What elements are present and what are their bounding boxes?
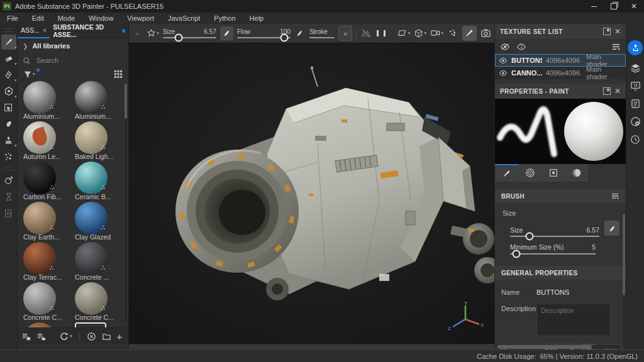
eraser-tool-button[interactable]: ▾	[1, 51, 16, 66]
collapse-toolbar-button[interactable]: «	[131, 26, 143, 40]
stroke-slider[interactable]: Stroke	[309, 28, 335, 38]
import-resources-button[interactable]	[21, 332, 31, 341]
polygon-fill-tool-button[interactable]: ▾	[1, 84, 16, 99]
brush-size-slider[interactable]: Size6.57	[510, 226, 599, 237]
pressure-toggle-button[interactable]	[604, 221, 619, 236]
asset-thumbnail[interactable]: Autumn Le...	[21, 121, 73, 162]
viewport[interactable]: « ▾ Size6.57 Flow100 Stroke	[129, 24, 494, 349]
slider-handle[interactable]	[512, 250, 520, 258]
tab-brush[interactable]	[495, 164, 518, 182]
render-mode-button[interactable]	[630, 116, 641, 127]
asset-thumbnail[interactable]: Clay Earth...	[21, 202, 73, 242]
texture-set-row-buttons[interactable]: BUTTONS 4096x4096 Main shader	[495, 54, 626, 67]
export-resources-button[interactable]	[36, 332, 46, 341]
list-menu-button[interactable]	[611, 43, 621, 51]
asset-thumbnail[interactable]: Aluminium...	[21, 81, 73, 121]
particles-viewport-button[interactable]	[447, 26, 458, 40]
close-button[interactable]: ✕	[624, 0, 644, 13]
close-icon[interactable]: ✕	[614, 27, 621, 36]
symmetry-toggle-button[interactable]	[360, 26, 372, 40]
asset-thumbnail[interactable]: Clay Glazed	[73, 202, 125, 242]
properties-vertical-scrollbar[interactable]	[623, 212, 625, 348]
tab-material[interactable]	[565, 164, 588, 182]
clone-tool-button[interactable]: ▾	[1, 133, 16, 148]
grid-view-button[interactable]	[114, 70, 123, 79]
menu-python[interactable]: Python	[207, 13, 242, 24]
name-value[interactable]: BUTTONS	[536, 287, 569, 296]
paint-mode-button[interactable]	[462, 26, 477, 41]
projection-tool-button[interactable]: ▾	[1, 67, 16, 82]
display-settings-button[interactable]	[630, 81, 641, 91]
menu-mode[interactable]: Mode	[51, 13, 82, 24]
asset-thumbnail[interactable]: Concrete C...	[73, 282, 125, 322]
description-input[interactable]	[536, 304, 611, 336]
navigation-gizmo[interactable]: Y X Z	[447, 300, 484, 333]
clear-filter-button[interactable]	[87, 332, 96, 341]
asset-thumbnail[interactable]: Carbon Fib...	[21, 162, 73, 202]
viewport-mode-button[interactable]: ▾	[397, 26, 410, 40]
mesh-display-button[interactable]: ▾	[414, 26, 426, 40]
menu-viewport[interactable]: Viewport	[120, 13, 161, 24]
log-panel-button[interactable]	[631, 99, 640, 109]
slider-handle[interactable]	[175, 33, 183, 41]
menu-file[interactable]: File	[0, 13, 25, 24]
brush-tip-button[interactable]	[220, 26, 233, 40]
refresh-resources-button[interactable]: ▾	[59, 331, 72, 341]
pause-engine-button[interactable]	[375, 26, 387, 40]
search-input[interactable]	[35, 56, 107, 65]
layers-panel-button[interactable]	[630, 63, 641, 74]
assets-scrollbar[interactable]	[125, 84, 127, 322]
menu-window[interactable]: Window	[82, 13, 120, 24]
menu-edit[interactable]: Edit	[25, 13, 51, 24]
scrollbar-handle[interactable]	[125, 84, 127, 119]
asset-thumbnail[interactable]: Baked Ligh...	[73, 121, 125, 162]
preset-menu-button[interactable]	[611, 192, 619, 200]
breadcrumb[interactable]: ❯ All libraries	[18, 38, 128, 53]
tab-close-icon[interactable]: ×	[43, 26, 47, 34]
particles-tool-button[interactable]	[1, 149, 16, 164]
expand-toolbar-button[interactable]: »	[338, 26, 352, 41]
size-slider[interactable]: Size6.57	[163, 28, 216, 38]
hide-all-button[interactable]	[500, 43, 510, 51]
paint-tool-button[interactable]: ▾	[1, 35, 16, 50]
asset-thumbnail[interactable]: Clay Terrac...	[21, 242, 73, 282]
history-panel-button[interactable]	[630, 134, 640, 145]
viewport-scroll-strip[interactable]	[129, 344, 494, 349]
flow-slider[interactable]: Flow100	[237, 28, 291, 38]
resources-updater-button[interactable]	[1, 206, 16, 221]
asset-thumbnail[interactable]: Concrete C...	[21, 282, 73, 322]
asset-thumbnail[interactable]: Aluminium...	[73, 81, 125, 121]
tab-substance-3d-assets[interactable]: SUBSTANCE 3D ASSE...	[50, 24, 128, 38]
bake-pending-button[interactable]	[1, 189, 16, 204]
smudge-tool-button[interactable]	[1, 116, 16, 131]
tab-assets[interactable]: ASS... ×	[18, 23, 50, 38]
filter-button[interactable]: ▾	[23, 70, 35, 79]
eye-icon[interactable]	[499, 70, 508, 77]
eye-icon[interactable]	[499, 57, 508, 64]
slider-handle[interactable]	[526, 233, 534, 241]
material-picker-tool-button[interactable]	[1, 173, 16, 188]
lazy-mouse-button[interactable]: ▾	[147, 26, 159, 40]
undock-icon[interactable]	[603, 28, 611, 35]
texture-set-row-cannon[interactable]: CANNO... 4096x4096 Main shader	[495, 67, 626, 79]
new-folder-button[interactable]	[102, 332, 111, 341]
asset-thumbnail[interactable]	[21, 322, 73, 327]
flow-tip-button[interactable]	[294, 26, 306, 40]
smart-select-tool-button[interactable]	[1, 100, 16, 115]
screenshot-button[interactable]	[480, 26, 492, 40]
close-icon[interactable]: ✕	[614, 87, 621, 96]
add-asset-button[interactable]: +	[117, 332, 123, 341]
share-button[interactable]	[628, 40, 643, 55]
slider-handle[interactable]	[280, 33, 288, 41]
asset-thumbnail-selected[interactable]	[73, 322, 125, 327]
menu-help[interactable]: Help	[243, 13, 271, 24]
camera-settings-button[interactable]: ▾	[430, 26, 443, 40]
asset-thumbnail[interactable]: Ceramic B...	[73, 162, 125, 202]
scrollbar-handle[interactable]	[497, 345, 592, 349]
viewport-3d-canvas[interactable]	[129, 43, 494, 344]
tab-alpha[interactable]	[518, 164, 541, 182]
rail-drag-handle[interactable]	[4, 167, 13, 170]
asset-thumbnail[interactable]: Concrete ...	[73, 242, 125, 282]
menu-javascript[interactable]: JavaScript	[161, 13, 207, 24]
scrollbar-handle[interactable]	[623, 214, 625, 295]
